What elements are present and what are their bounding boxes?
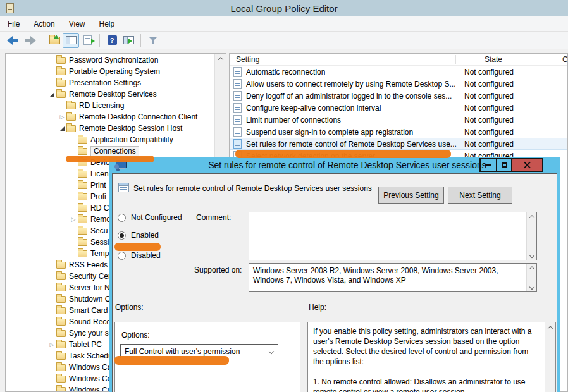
column-header-comment[interactable]: C: [562, 55, 568, 64]
forward-button[interactable]: [22, 33, 38, 48]
radio-enabled[interactable]: Enabled: [118, 230, 159, 240]
menu-help[interactable]: Help: [99, 20, 115, 28]
collapsed-expander-icon[interactable]: [69, 215, 78, 224]
export-list-button[interactable]: [79, 33, 96, 48]
expander-spacer: [69, 238, 78, 247]
tree-item-label: RD C: [90, 204, 109, 212]
up-one-level-button[interactable]: [46, 33, 63, 48]
scroll-down-button[interactable]: [527, 251, 536, 260]
supported-on-scrollbar[interactable]: [526, 264, 536, 291]
dialog-title-bar[interactable]: Set rules for remote control of Remote D…: [109, 157, 560, 173]
folder-icon: [56, 262, 66, 269]
expander-spacer: [47, 67, 56, 76]
console-tree-button[interactable]: [63, 33, 79, 48]
menu-action[interactable]: Action: [34, 20, 54, 28]
maximize-button[interactable]: [496, 159, 511, 171]
setting-row-deny-logoff-of-an-administrator-logged-in-to-the-console-ses[interactable]: Deny logoff of an administrator logged i…: [230, 90, 567, 102]
title-bar: Local Group Policy Editor: [0, 0, 568, 16]
tree-item-application-compatibility[interactable]: Application Compatibility: [6, 134, 214, 145]
help-button[interactable]: [104, 33, 120, 48]
expanded-expander-icon[interactable]: [47, 90, 56, 99]
setting-row-allow-users-to-connect-remotely-by-using-remote-desktop-s[interactable]: Allow users to connect remotely by using…: [230, 78, 567, 90]
radio-button-icon[interactable]: [118, 252, 126, 260]
tree-item-remote-desktop-connection-client[interactable]: Remote Desktop Connection Client: [6, 111, 214, 123]
folder-icon: [66, 102, 76, 109]
expander-spacer: [69, 147, 78, 156]
column-header-setting[interactable]: Setting: [236, 55, 259, 64]
collapsed-expander-icon[interactable]: [58, 113, 66, 121]
tree-scroll-up-button[interactable]: [215, 54, 226, 64]
close-icon: [524, 162, 531, 169]
setting-row-suspend-user-sign-in-to-complete-app-registration[interactable]: Suspend user sign-in to complete app reg…: [230, 126, 567, 138]
expander-spacer: [47, 386, 56, 392]
minimize-icon: [485, 164, 491, 166]
expander-spacer: [47, 317, 56, 326]
folder-icon: [78, 182, 87, 189]
tree-item-password-synchronization[interactable]: Password Synchronization: [6, 54, 214, 66]
tree-item-remote-desktop-services[interactable]: Remote Desktop Services: [6, 89, 214, 100]
tree-item-label: Secu: [90, 226, 108, 235]
collapsed-expander-icon[interactable]: [47, 340, 56, 349]
menu-file[interactable]: File: [8, 20, 20, 28]
setting-state: Not configured: [464, 140, 514, 149]
setting-state: Not configured: [464, 68, 514, 77]
list-rows: Automatic reconnectionNot configuredAllo…: [230, 66, 567, 162]
previous-setting-button[interactable]: Previous Setting: [378, 187, 444, 204]
folder-icon: [56, 341, 66, 348]
folder-icon: [78, 148, 87, 155]
options-section-label: Options:: [115, 303, 144, 312]
column-header-state[interactable]: State: [485, 55, 502, 64]
column-separator[interactable]: [455, 55, 456, 64]
tree-item-rd-licensing[interactable]: RD Licensing: [6, 100, 214, 111]
tree-item-label: Windows Ca: [69, 363, 111, 372]
scroll-down-button[interactable]: [527, 283, 536, 291]
scroll-up-button[interactable]: [527, 212, 536, 221]
setting-state: Not configured: [464, 92, 514, 101]
help-icon: [108, 35, 117, 45]
supported-on-textbox[interactable]: Windows Server 2008 R2, Windows Server 2…: [249, 263, 537, 292]
setting-row-set-rules-for-remote-control-of-remote-desktop-services-use[interactable]: Set rules for remote control of Remote D…: [230, 138, 567, 150]
tree-item-label: Profi: [90, 192, 106, 201]
scroll-up-button[interactable]: [545, 322, 555, 333]
policy-setting-icon: [118, 183, 129, 192]
supported-on-value: Windows Server 2008 R2, Windows Server 2…: [253, 266, 524, 285]
expanded-expander-icon[interactable]: [58, 124, 66, 133]
tree-item-label: Print: [90, 181, 106, 190]
back-button[interactable]: [5, 33, 22, 48]
radio-disabled[interactable]: Disabled: [118, 250, 161, 260]
help-scrollbar[interactable]: [545, 322, 555, 392]
tree-item-remote-desktop-session-host[interactable]: Remote Desktop Session Host: [6, 123, 214, 134]
tree-item-label: Sound Reco: [69, 317, 111, 326]
tree-item-presentation-settings[interactable]: Presentation Settings: [6, 77, 214, 89]
filter-button[interactable]: [145, 33, 161, 48]
person-icon: [114, 164, 119, 169]
setting-row-automatic-reconnection[interactable]: Automatic reconnectionNot configured: [230, 66, 567, 78]
setting-row-configure-keep-alive-connection-interval[interactable]: Configure keep-alive connection interval…: [230, 102, 567, 114]
expander-spacer: [58, 101, 66, 110]
tree-item-portable-operating-system[interactable]: Portable Operating System: [6, 66, 214, 77]
minimize-button[interactable]: [481, 159, 496, 171]
column-separator[interactable]: [538, 55, 538, 64]
setting-row-limit-number-of-connections[interactable]: Limit number of connectionsNot configure…: [230, 114, 567, 126]
tree-item-label: RSS Feeds: [69, 260, 108, 269]
expander-spacer: [69, 226, 78, 235]
toolbar-separator: [140, 34, 141, 47]
new-window-button[interactable]: [120, 33, 137, 48]
radio-button-icon[interactable]: [118, 214, 126, 222]
close-button[interactable]: [511, 159, 542, 171]
toolbar: [0, 32, 568, 49]
folder-icon: [56, 91, 66, 98]
tree-item-label: Security Cer: [69, 272, 111, 281]
radio-not-configured[interactable]: Not Configured: [118, 212, 182, 223]
back-icon: [6, 35, 20, 46]
scroll-up-button[interactable]: [527, 264, 536, 273]
comment-textbox[interactable]: [249, 212, 537, 260]
dialog-window-controls: [479, 158, 543, 172]
menu-view[interactable]: View: [69, 20, 85, 28]
folder-icon: [56, 68, 66, 75]
radio-button-icon[interactable]: [118, 231, 126, 240]
expander-spacer: [47, 56, 56, 64]
comment-scrollbar[interactable]: [526, 212, 536, 260]
next-setting-button[interactable]: Next Setting: [448, 187, 512, 204]
folder-icon: [78, 205, 87, 212]
